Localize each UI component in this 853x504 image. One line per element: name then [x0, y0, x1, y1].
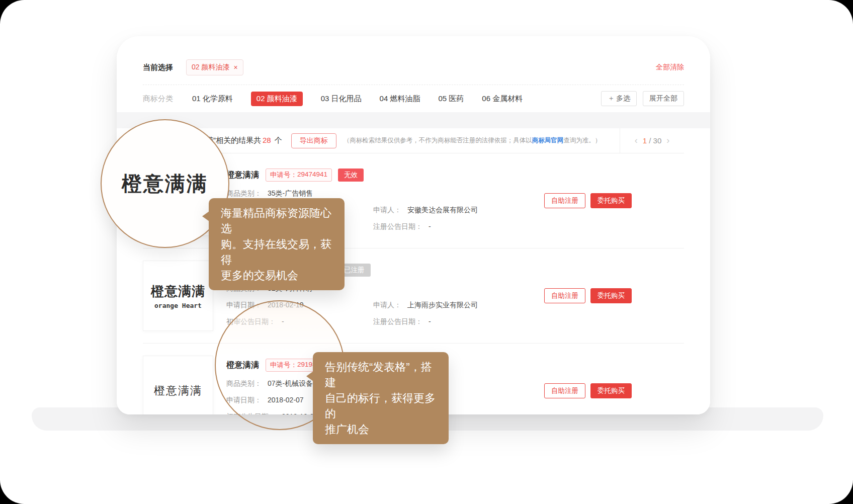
callout-tooltip-promotion: 告别传统“发表格”，搭建 自己的标行，获得更多的 推广机会	[313, 352, 449, 444]
chevron-right-icon[interactable]: ›	[666, 135, 669, 146]
field-value: 安徽美达会展有限公司	[407, 206, 478, 215]
magnified-trademark-text: 橙意满满	[122, 170, 208, 198]
category-item-03[interactable]: 03 日化用品	[321, 94, 362, 104]
pagination-text: 1 / 30	[643, 136, 662, 145]
clear-all-link[interactable]: 全部清除	[656, 63, 684, 72]
disclaimer-suffix: 查询为准。）	[563, 137, 601, 144]
current-selection-row: 当前选择 02 颜料油漆 × 全部清除	[143, 36, 684, 85]
selected-filter-tag[interactable]: 02 颜料油漆 ×	[186, 59, 243, 75]
entrust-purchase-button[interactable]: 委托购买	[590, 193, 632, 208]
entrust-purchase-button[interactable]: 委托购买	[590, 383, 632, 398]
category-item-06[interactable]: 06 金属材料	[482, 94, 523, 104]
row-actions: 自助注册 委托购买	[544, 383, 632, 398]
current-selection-label: 当前选择	[143, 63, 173, 72]
field-label: 申请人：	[373, 301, 401, 310]
field-label: 注册公告日期：	[373, 222, 422, 231]
application-number-value: 29474941	[297, 171, 327, 180]
field-value: -	[429, 317, 431, 326]
results-count: 28	[263, 136, 271, 144]
filter-section: 当前选择 02 颜料油漆 × 全部清除 商标分类 01 化学原料 02 颜料油漆…	[117, 36, 710, 112]
status-badge: 无效	[338, 169, 364, 182]
category-label: 商标分类	[143, 94, 173, 104]
category-item-01[interactable]: 01 化学原料	[192, 94, 233, 104]
trademark-logo-text: 橙意满满	[154, 383, 202, 398]
field-label: 申请人：	[373, 206, 401, 215]
disclaimer-prefix: （商标检索结果仅供参考，不作为商标能否注册的法律依据；具体以	[344, 137, 532, 144]
category-item-04[interactable]: 04 燃料油脂	[380, 94, 420, 104]
pagination-separator: /	[649, 136, 651, 145]
application-number-label: 申请号：	[270, 171, 297, 180]
trademark-logo: 橙意满满	[143, 356, 213, 414]
self-register-button[interactable]: 自助注册	[544, 383, 585, 398]
multi-select-label: 多选	[616, 94, 630, 102]
callout-tooltip-marketplace: 海量精品商标资源随心选 购。支持在线交易，获得 更多的交易机会	[209, 198, 345, 290]
trademark-logo-subtext: orange Heart	[154, 302, 202, 309]
expand-all-button[interactable]: 展开全部	[643, 91, 684, 106]
chevron-left-icon[interactable]: ‹	[635, 135, 638, 146]
page-canvas: 当前选择 02 颜料油漆 × 全部清除 商标分类 01 化学原料 02 颜料油漆…	[0, 0, 853, 504]
title-line: 橙意满满 申请号：29474941 无效	[226, 169, 478, 182]
close-icon[interactable]: ×	[233, 63, 237, 71]
trademark-office-link[interactable]: 商标局官网	[532, 137, 564, 144]
category-item-02-active[interactable]: 02 颜料油漆	[251, 92, 303, 106]
export-trademark-button[interactable]: 导出商标	[291, 133, 336, 148]
results-header: 为您检索到“橙意满满”相关的结果共28 个 导出商标 （商标检索结果仅供参考，不…	[143, 128, 684, 153]
plus-icon: ＋	[608, 94, 615, 102]
trademark-name: 橙意满满	[226, 170, 260, 181]
self-register-button[interactable]: 自助注册	[544, 193, 585, 208]
pagination-current: 1	[643, 136, 647, 145]
self-register-button[interactable]: 自助注册	[544, 288, 585, 303]
field-value: -	[429, 222, 431, 231]
field-value: 35类-广告销售	[268, 189, 313, 198]
entrust-purchase-button[interactable]: 委托购买	[590, 288, 632, 303]
category-actions: ＋多选 展开全部	[601, 91, 684, 106]
trademark-logo: 橙意满满 orange Heart	[143, 261, 213, 331]
pagination-total: 30	[653, 136, 662, 145]
summary-suffix: 个	[273, 136, 282, 144]
category-row: 商标分类 01 化学原料 02 颜料油漆 03 日化用品 04 燃料油脂 05 …	[143, 85, 684, 112]
field-label: 注册公告日期：	[373, 317, 422, 326]
section-gap	[117, 112, 710, 128]
disclaimer-text: （商标检索结果仅供参考，不作为商标能否注册的法律依据；具体以商标局官网查询为准。…	[344, 136, 620, 145]
field-value: 上海雨步实业有限公司	[407, 301, 478, 310]
trademark-logo-text: 橙意满满	[151, 283, 205, 300]
row-actions: 自助注册 委托购买	[544, 288, 632, 303]
row-actions: 自助注册 委托购买	[544, 193, 632, 208]
application-number-tag: 申请号：29474941	[266, 169, 332, 182]
pagination: ‹ 1 / 30 ›	[620, 128, 684, 153]
field-label: 商品类别：	[226, 189, 262, 198]
field-line: 商品类别：35类-广告销售	[226, 189, 478, 198]
multi-select-button[interactable]: ＋多选	[601, 91, 637, 106]
selected-filter-tag-label: 02 颜料油漆	[192, 63, 229, 72]
category-item-05[interactable]: 05 医药	[438, 94, 464, 104]
